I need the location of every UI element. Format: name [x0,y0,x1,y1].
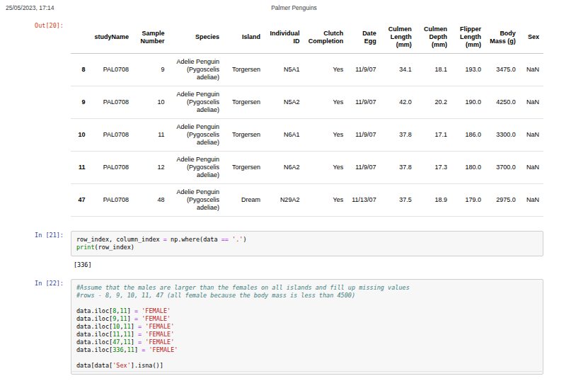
dataframe-header: studyNameSample NumberSpeciesIslandIndiv… [71,21,543,54]
output-cell-20: Out[20]: studyNameSample NumberSpeciesIs… [0,21,588,217]
table-cell: 20.2 [416,86,451,119]
table-cell: Yes [304,54,347,86]
code-line [76,300,538,307]
next-output-top-border [71,371,543,372]
table-cell: Adelie Penguin (Pygoscelis adeliae) [169,152,224,184]
table-cell: N6A2 [265,152,304,184]
table-row: 8PAL07089Adelie Penguin (Pygoscelis adel… [71,54,543,86]
table-cell: Torgersen [224,86,265,119]
table-cell: Yes [304,119,347,152]
in-prompt-22: In [22]: [0,279,64,288]
column-header-cell: studyName [89,21,133,54]
table-cell: Dream [224,184,265,217]
print-timestamp: 25/05/2023, 17:14 [6,4,54,11]
table-cell: Adelie Penguin (Pygoscelis adeliae) [169,86,224,119]
table-cell: Torgersen [224,54,265,86]
table-cell: PAL0708 [89,119,133,152]
column-header-cell: Date Egg [347,21,380,54]
code-input-21[interactable]: row_index, column_index = np.where(data … [71,231,543,256]
table-cell: 11 [133,119,168,152]
row-index-cell: 10 [71,119,89,152]
input-cell-21: In [21]: row_index, column_index = np.wh… [0,231,588,269]
table-cell: Adelie Penguin (Pygoscelis adeliae) [169,119,224,152]
code-line [76,354,538,362]
table-cell: NaN [520,54,543,86]
table-header-row: studyNameSample NumberSpeciesIslandIndiv… [71,21,543,54]
table-cell: Adelie Penguin (Pygoscelis adeliae) [169,184,224,217]
table-cell: 2975.0 [485,184,520,217]
table-cell: 18.1 [416,54,451,86]
out-cell-content: studyNameSample NumberSpeciesIslandIndiv… [71,21,543,217]
column-header-cell: Clutch Completion [304,21,347,54]
table-cell: 17.1 [416,119,451,152]
table-cell: 3475.0 [485,54,520,86]
row-index-cell: 47 [71,184,89,217]
table-cell: 11/13/07 [347,184,380,217]
table-cell: 186.0 [451,119,485,152]
table-cell: 11/9/07 [347,86,380,119]
table-cell: Adelie Penguin (Pygoscelis adeliae) [169,54,224,86]
print-header: 25/05/2023, 17:14 Palmer Penguins [0,0,588,12]
table-row: 11PAL070812Adelie Penguin (Pygoscelis ad… [71,152,543,184]
table-cell: 37.5 [381,184,416,217]
code-line: #rows - 8, 9, 10, 11, 47 (all female bec… [76,292,538,300]
code-line: data.iloc[336,11] = 'FEMALE' [76,346,538,354]
table-cell: Yes [304,86,347,119]
code-line: data[data['Sex'].isna()] [76,362,538,370]
row-index-cell: 8 [71,54,89,86]
table-row: 10PAL070811Adelie Penguin (Pygoscelis ad… [71,119,543,152]
table-cell: 37.8 [381,119,416,152]
table-cell: 17.3 [416,152,451,184]
table-cell: 10 [133,86,168,119]
table-cell: NaN [520,184,543,217]
table-cell: 12 [133,152,168,184]
column-header-cell: Sex [520,21,543,54]
code-line: data.iloc[9,11] = 'FEMALE' [76,315,538,323]
column-header-cell: Culmen Depth (mm) [416,21,451,54]
row-index-cell: 11 [71,152,89,184]
table-row: 9PAL070810Adelie Penguin (Pygoscelis ade… [71,86,543,119]
table-cell: PAL0708 [89,184,133,217]
column-header-cell: Individual ID [265,21,304,54]
table-cell: 42.0 [381,86,416,119]
dataframe-body: 8PAL07089Adelie Penguin (Pygoscelis adel… [71,54,543,217]
in-prompt-21: In [21]: [0,231,64,239]
table-cell: NaN [520,119,543,152]
index-header-cell [71,21,89,54]
table-cell: NaN [520,86,543,119]
table-cell: 18.9 [416,184,451,217]
code-line: #Assume that the males are larger than t… [76,284,538,292]
table-cell: 48 [133,184,168,217]
in-cell-22-content: #Assume that the males are larger than t… [71,279,543,375]
code-input-22[interactable]: #Assume that the males are larger than t… [71,279,543,375]
code-line: data.iloc[47,11] = 'FEMALE' [76,339,538,346]
table-cell: 11/9/07 [347,119,380,152]
out-prompt-20: Out[20]: [0,21,64,30]
code-line: print(row_index) [76,244,538,251]
table-cell: PAL0708 [89,54,133,86]
table-cell: 3300.0 [485,119,520,152]
page-title: Palmer Penguins [271,4,317,11]
table-cell: N6A1 [265,119,304,152]
table-cell: PAL0708 [89,86,133,119]
table-cell: NaN [520,152,543,184]
row-index-cell: 9 [71,86,89,119]
table-cell: 11/9/07 [347,152,380,184]
column-header-cell: Body Mass (g) [485,21,520,54]
code-line: data.iloc[10,11] = 'FEMALE' [76,323,538,331]
table-cell: 190.0 [451,86,485,119]
table-cell: Torgersen [224,152,265,184]
table-cell: 11/9/07 [347,54,380,86]
column-header-cell: Culmen Length (mm) [381,21,416,54]
table-cell: N5A1 [265,54,304,86]
notebook-print-page: 25/05/2023, 17:14 Palmer Penguins Out[20… [0,0,588,381]
table-cell: 34.1 [381,54,416,86]
table-cell: PAL0708 [89,152,133,184]
table-cell: 37.8 [381,152,416,184]
code-line: row_index, column_index = np.where(data … [76,236,538,244]
table-row: 47PAL070848Adelie Penguin (Pygoscelis ad… [71,184,543,217]
column-header-cell: Sample Number [133,21,168,54]
column-header-cell: Species [169,21,224,54]
table-cell: 3700.0 [485,152,520,184]
code-output-21: [336] [71,256,543,269]
